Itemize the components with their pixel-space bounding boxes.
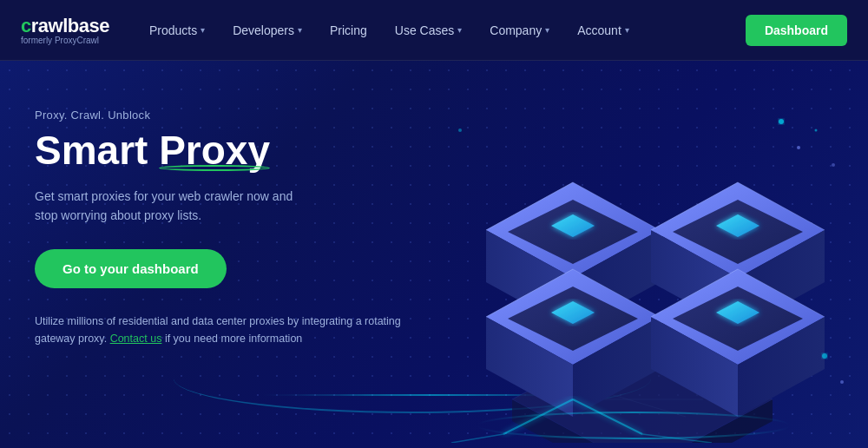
nav-links: Products ▾ Developers ▾ Pricing Use Case… (137, 16, 739, 44)
svg-point-39 (815, 129, 818, 132)
nav-label-pricing: Pricing (330, 23, 367, 37)
svg-point-41 (458, 128, 462, 132)
logo-sub: formerly ProxyCrawl (21, 36, 109, 45)
svg-point-37 (779, 119, 784, 124)
nav-item-pricing[interactable]: Pricing (318, 16, 379, 44)
logo[interactable]: crawlbase formerly ProxyCrawl (21, 15, 109, 45)
nav-item-account[interactable]: Account ▾ (565, 16, 641, 44)
hero-illustration (417, 61, 868, 448)
isometric-svg (434, 78, 851, 443)
hero-title: Smart Proxy (35, 128, 408, 173)
nav-item-use-cases[interactable]: Use Cases ▾ (383, 16, 474, 44)
chevron-down-icon: ▾ (457, 25, 462, 35)
nav-label-company: Company (490, 23, 542, 37)
nav-item-products[interactable]: Products ▾ (137, 16, 217, 44)
hero-bottom-text-after: if you need more information (161, 333, 302, 345)
hero-cta-button[interactable]: Go to your dashboard (35, 249, 227, 288)
hero-title-part1: Smart (35, 128, 159, 173)
svg-point-43 (840, 380, 844, 384)
chevron-down-icon: ▾ (298, 25, 302, 35)
svg-point-40 (832, 163, 835, 167)
contact-us-link[interactable]: Contact us (110, 333, 162, 345)
logo-text: crawlbase (21, 15, 109, 37)
chevron-down-icon: ▾ (545, 25, 549, 35)
chevron-down-icon: ▾ (201, 25, 205, 35)
navbar: crawlbase formerly ProxyCrawl Products ▾… (0, 0, 868, 61)
hero-tagline: Proxy. Crawl. Unblock (35, 109, 408, 122)
nav-label-products: Products (149, 23, 197, 37)
chevron-down-icon: ▾ (625, 25, 629, 35)
hero-content: Proxy. Crawl. Unblock Smart Proxy Get sm… (35, 109, 408, 347)
svg-point-38 (797, 146, 800, 149)
hero-description: Get smart proxies for your web crawler n… (35, 187, 312, 226)
dashboard-button[interactable]: Dashboard (746, 15, 847, 46)
nav-label-developers: Developers (233, 23, 294, 37)
nav-label-account: Account (577, 23, 621, 37)
hero-bottom-text: Utilize millions of residential and data… (35, 313, 408, 347)
svg-point-42 (822, 353, 827, 359)
nav-item-developers[interactable]: Developers ▾ (220, 16, 314, 44)
nav-label-use-cases: Use Cases (395, 23, 454, 37)
nav-item-company[interactable]: Company ▾ (477, 16, 562, 44)
hero-section: Proxy. Crawl. Unblock Smart Proxy Get sm… (0, 61, 868, 448)
hero-title-highlight: Proxy (159, 128, 270, 173)
svg-line-35 (451, 434, 503, 443)
